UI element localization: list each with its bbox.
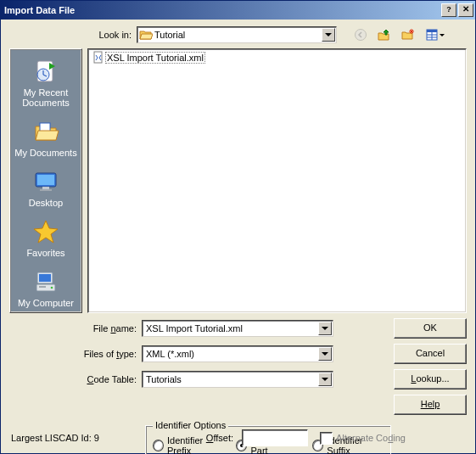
places-desktop[interactable]: Desktop: [14, 165, 78, 215]
largest-id-label: Largest LISCAD Id: 9: [11, 433, 99, 443]
file-name-combo[interactable]: XSL Import Tutorial.xml: [142, 320, 333, 337]
file-list[interactable]: XSL Import Tutorial.xml: [87, 48, 467, 313]
chevron-down-icon[interactable]: [318, 322, 332, 335]
svg-rect-6: [427, 30, 437, 32]
code-table-value: Tutorials: [146, 374, 182, 384]
places-mycomputer[interactable]: My Computer: [14, 265, 78, 315]
lookin-label: Look in:: [82, 30, 137, 40]
view-menu-button[interactable]: [422, 25, 449, 44]
svg-point-23: [51, 287, 53, 289]
places-bar: My Recent Documents My Documents Desktop…: [9, 48, 82, 313]
window-title: Import Data File: [4, 5, 75, 15]
lookup-button[interactable]: Lookup...: [394, 369, 467, 390]
chevron-down-icon[interactable]: [318, 347, 332, 361]
file-name-text: XSL Import Tutorial.xml: [105, 52, 205, 64]
help-button[interactable]: Help: [394, 395, 467, 415]
folder-open-icon: [139, 28, 153, 43]
favorites-star-icon: [32, 218, 59, 245]
offset-input[interactable]: [242, 429, 308, 446]
file-item[interactable]: XSL Import Tutorial.xml: [90, 51, 464, 64]
file-type-label: Files of type:: [82, 349, 142, 359]
svg-rect-22: [39, 286, 46, 288]
checkbox-icon: [320, 432, 333, 445]
svg-point-0: [356, 30, 367, 41]
new-folder-button[interactable]: [398, 25, 418, 45]
file-name-value: XSL Import Tutorial.xml: [146, 323, 243, 333]
new-folder-icon: [401, 28, 415, 42]
svg-rect-17: [42, 187, 49, 189]
code-table-combo[interactable]: Tutorials: [142, 371, 333, 388]
chevron-down-icon[interactable]: [318, 373, 332, 386]
cancel-button[interactable]: Cancel: [394, 344, 467, 364]
desktop-icon: [32, 168, 59, 195]
offset-label: Offset:: [206, 433, 238, 443]
file-type-value: XML (*.xml): [146, 349, 194, 359]
titlebar[interactable]: Import Data File: [1, 1, 475, 20]
svg-rect-24: [94, 52, 102, 63]
chevron-down-icon[interactable]: [322, 28, 335, 42]
alternate-coding-checkbox: Alternate Coding: [320, 432, 406, 445]
back-button[interactable]: [350, 25, 371, 45]
lookin-combo[interactable]: Tutorial: [137, 26, 337, 43]
up-one-level-button[interactable]: [374, 25, 395, 45]
svg-rect-18: [40, 189, 52, 191]
svg-rect-16: [37, 175, 54, 185]
recent-docs-icon: [32, 58, 59, 85]
places-recent[interactable]: My Recent Documents: [14, 54, 78, 115]
my-documents-icon: [32, 118, 59, 145]
my-computer-icon: [32, 268, 59, 295]
places-mydocuments[interactable]: My Documents: [14, 115, 78, 165]
dialog-window: Import Data File Look in: Tutorial: [0, 0, 476, 454]
svg-rect-20: [39, 274, 51, 282]
places-favorites[interactable]: Favorites: [14, 215, 78, 265]
file-name-label: File name:: [82, 323, 142, 333]
code-table-label: Code Table:: [82, 374, 142, 384]
lookin-value: Tutorial: [154, 30, 185, 40]
folder-up-icon: [378, 28, 391, 42]
close-titlebar-button[interactable]: [458, 3, 473, 17]
ok-button[interactable]: OK: [394, 318, 467, 339]
views-icon: [425, 28, 439, 42]
xml-file-icon: [92, 51, 105, 64]
file-type-combo[interactable]: XML (*.xml): [142, 345, 333, 362]
back-arrow-icon: [354, 28, 367, 42]
help-titlebar-button[interactable]: [441, 3, 456, 17]
